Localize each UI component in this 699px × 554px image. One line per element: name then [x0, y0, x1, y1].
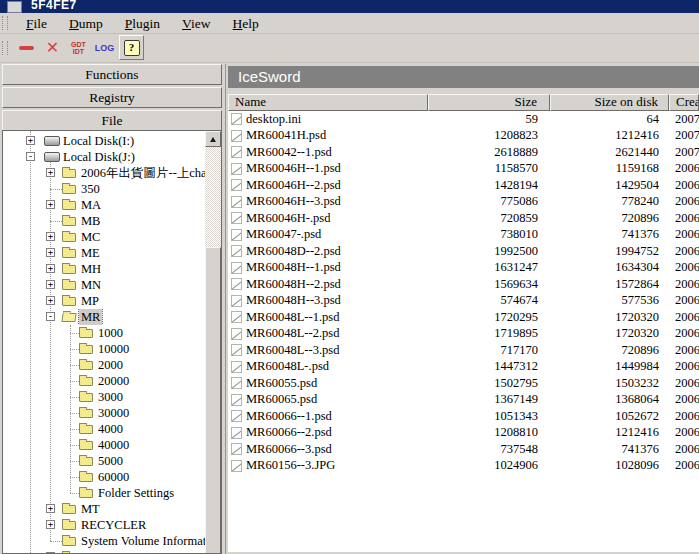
tree-item-mh[interactable]: +MH [3, 261, 207, 277]
table-row[interactable]: MR60048H--1.psd163124716343042006- [228, 260, 699, 277]
tree-item-label[interactable]: 10000 [96, 341, 131, 357]
column-header-size-on-disk[interactable]: Size on disk [550, 94, 669, 111]
tree-item-label[interactable]: MN [79, 277, 103, 293]
table-row[interactable]: MR60156--3.JPG102490610280962006- [228, 458, 699, 475]
table-row[interactable]: MR60041H.psd120882312124162007- [228, 128, 699, 145]
column-header-created[interactable]: Creat [669, 94, 699, 111]
collapse-icon[interactable]: - [26, 152, 35, 161]
tree-item-label[interactable]: 2006年出貨圖片--上char [79, 165, 207, 181]
table-row[interactable]: MR60048L--2.psd171989517203202006- [228, 326, 699, 343]
table-row[interactable]: desktop.ini59642007- [228, 111, 699, 128]
table-row[interactable]: MR60046H--1.psd115857011591682006- [228, 161, 699, 178]
tree-item-label[interactable]: MB [79, 213, 102, 229]
table-row[interactable]: MR60048L-.psd144731214499842006- [228, 359, 699, 376]
tree-item-label[interactable]: System Volume Informatio [79, 533, 207, 549]
tree-item-mc[interactable]: +MC [3, 229, 207, 245]
tree-item-4000[interactable]: 4000 [3, 421, 207, 437]
tree-item-40000[interactable]: 40000 [3, 437, 207, 453]
tree-item-20000[interactable]: 20000 [3, 373, 207, 389]
column-header-name[interactable]: Name [228, 94, 428, 111]
tree-item-label[interactable]: Local Disk(I:) [61, 133, 136, 149]
tree-item-label[interactable]: 30000 [96, 405, 131, 421]
tree-item-mr[interactable]: -MR [3, 309, 207, 325]
tree-item-folder-settings[interactable]: Folder Settings [3, 485, 207, 501]
tree-item-10000[interactable]: 10000 [3, 341, 207, 357]
table-row[interactable]: MR60048H--2.psd156963415728642006- [228, 276, 699, 293]
tree-item-label[interactable]: 5000 [96, 453, 125, 469]
table-row[interactable]: MR60066--3.psd7375487413762006- [228, 441, 699, 458]
tree-item-ma[interactable]: +MA [3, 197, 207, 213]
tree-item-label[interactable]: MH [79, 261, 103, 277]
expand-icon[interactable]: + [46, 264, 55, 273]
menu-view[interactable]: View [171, 14, 221, 33]
tree-item-label[interactable]: MR [79, 309, 102, 325]
collapse-icon[interactable]: - [46, 312, 55, 321]
table-row[interactable]: MR60066--2.psd120881012124162006- [228, 425, 699, 442]
gdt-idt-button[interactable]: GDT IDT [67, 36, 90, 59]
column-header-size[interactable]: Size [428, 94, 550, 111]
table-row[interactable]: MR60048D--2.psd199250019947522006- [228, 243, 699, 260]
tree-item-label[interactable]: 20000 [96, 373, 131, 389]
tree-item-mb[interactable]: MB [3, 213, 207, 229]
tree-item-mp[interactable]: +MP [3, 293, 207, 309]
expand-icon[interactable]: + [46, 520, 55, 529]
table-row[interactable]: MR60046H--2.psd142819414295042006- [228, 177, 699, 194]
tree-item-mn[interactable]: +MN [3, 277, 207, 293]
menu-file[interactable]: File [15, 14, 58, 33]
tree-item-mt[interactable]: +MT [3, 501, 207, 517]
table-row[interactable]: MR60046H--3.psd7750867782402006- [228, 194, 699, 211]
table-row[interactable]: MR60047-.psd7380107413762006- [228, 227, 699, 244]
tree-item-label[interactable]: 4000 [96, 421, 125, 437]
tree-item-350[interactable]: 350 [3, 181, 207, 197]
tree-item-label[interactable]: ME [79, 245, 102, 261]
table-row[interactable]: MR60055.psd150279515032322006- [228, 375, 699, 392]
tree-item-label[interactable]: 1000 [96, 325, 125, 341]
tree-item-3000[interactable]: 3000 [3, 389, 207, 405]
tree-item-label[interactable]: MC [79, 229, 102, 245]
menu-dump[interactable]: Dump [58, 14, 114, 33]
menu-plugin[interactable]: Plugin [114, 14, 171, 33]
expand-icon[interactable]: + [46, 232, 55, 241]
help-button[interactable]: ? [119, 35, 144, 60]
table-row[interactable]: MR60066--1.psd105134310526722006- [228, 408, 699, 425]
scrollbar-thumb[interactable] [205, 247, 221, 554]
tree-item-1000[interactable]: 1000 [3, 325, 207, 341]
tree-item-me[interactable]: +ME [3, 245, 207, 261]
tree-item-5000[interactable]: 5000 [3, 453, 207, 469]
expand-icon[interactable]: + [46, 200, 55, 209]
table-row[interactable]: MR60065.psd136714913680642006- [228, 392, 699, 409]
tree-item-label[interactable]: MA [79, 197, 103, 213]
tree-item-label[interactable]: Local Disk(J:) [61, 149, 137, 165]
tree-item-system-volume-informatio[interactable]: System Volume Informatio [3, 533, 207, 549]
expand-icon[interactable]: + [46, 296, 55, 305]
sidebar-button-registry[interactable]: Registry [2, 87, 222, 108]
title-bar[interactable]: 5F4FE7 [0, 0, 699, 13]
tree-item-label[interactable]: 40000 [96, 437, 131, 453]
tree-item-label[interactable]: 350 [79, 181, 102, 197]
table-row[interactable]: MR60048H--3.psd5746745775362006- [228, 293, 699, 310]
log-button[interactable]: LOG [93, 36, 116, 59]
tree-item-recycler[interactable]: +RECYCLER [3, 517, 207, 533]
expand-icon[interactable]: + [46, 504, 55, 513]
menu-help[interactable]: Help [222, 14, 270, 33]
table-row[interactable]: MR60048L--1.psd172029517203202006- [228, 309, 699, 326]
tree-item-30000[interactable]: 30000 [3, 405, 207, 421]
kill-button[interactable] [15, 36, 38, 59]
tree-item-label[interactable]: 3000 [96, 389, 125, 405]
table-row[interactable]: MR60042--1.psd261888926214402007- [228, 144, 699, 161]
tree-item-60000[interactable]: 60000 [3, 469, 207, 485]
table-row[interactable]: MR60046H-.psd7208597208962006- [228, 210, 699, 227]
tree-item-label[interactable]: RECYCLER [79, 517, 148, 533]
tree-item[interactable]: + [3, 549, 207, 554]
tree-item-2006-char[interactable]: +2006年出貨圖片--上char [3, 165, 207, 181]
tree-scrollbar[interactable] [205, 131, 221, 553]
table-row[interactable]: MR60048L--3.psd7171707208962006- [228, 342, 699, 359]
sidebar-button-file[interactable]: File [2, 110, 222, 131]
tree-item-label[interactable]: MT [79, 501, 102, 517]
tree-item-label[interactable]: MP [79, 293, 101, 309]
toolbar-gripper[interactable] [2, 41, 8, 55]
tree-item-label[interactable]: 2000 [96, 357, 125, 373]
expand-icon[interactable]: + [46, 280, 55, 289]
tree-item-label[interactable]: 60000 [96, 469, 131, 485]
tree-item-local-disk-j-[interactable]: -Local Disk(J:) [3, 149, 207, 165]
